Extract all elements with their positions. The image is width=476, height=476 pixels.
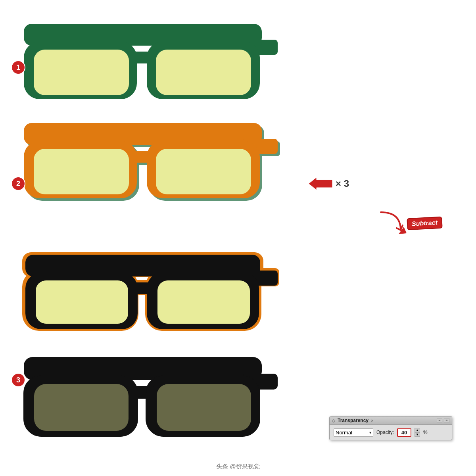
badge-3: 3 <box>11 373 25 387</box>
panel-title: Transparency <box>338 418 369 423</box>
panel-close-button[interactable]: × <box>371 418 373 423</box>
opacity-decrement-button[interactable]: ▼ <box>415 432 420 437</box>
percent-label: % <box>423 430 428 435</box>
glasses-2-svg <box>12 115 290 210</box>
panel-titlebar-left: ◇ Transparency × <box>332 418 373 423</box>
svg-rect-38 <box>34 384 129 431</box>
svg-rect-32 <box>157 280 250 324</box>
watermark: 头条 @衍果视觉 <box>216 463 259 470</box>
subtract-annotation <box>369 210 409 244</box>
panel-titlebar: ◇ Transparency × − ≡ <box>330 416 452 425</box>
glasses-4-svg <box>12 349 290 448</box>
svg-rect-37 <box>125 386 155 399</box>
panel-body: Normal ▾ Opacity: ▲ ▼ % <box>330 425 452 440</box>
badge-2: 2 <box>11 177 25 191</box>
svg-rect-39 <box>157 384 251 431</box>
svg-marker-19 <box>309 177 332 190</box>
arrow-subtract-icon <box>369 210 409 242</box>
opacity-increment-button[interactable]: ▲ <box>415 428 420 432</box>
transparency-panel: ◇ Transparency × − ≡ Normal ▾ Opacity: ▲… <box>329 416 452 440</box>
panel-diamond-icon: ◇ <box>332 418 335 423</box>
glasses-1-container <box>12 16 290 109</box>
blend-mode-dropdown[interactable]: Normal ▾ <box>334 428 373 437</box>
glasses-3-container <box>12 246 290 343</box>
svg-rect-6 <box>156 50 251 95</box>
glasses-1-svg <box>12 16 290 107</box>
glasses-2-container <box>12 115 290 212</box>
svg-rect-30 <box>126 282 155 294</box>
svg-rect-5 <box>34 50 129 95</box>
glasses-4-container <box>12 349 290 450</box>
x3-annotation: × 3 <box>309 177 349 191</box>
glasses-3-svg <box>12 246 290 341</box>
opacity-input[interactable] <box>397 428 411 437</box>
arrow-x3-icon <box>309 177 332 191</box>
blend-mode-value: Normal <box>336 430 352 436</box>
svg-rect-31 <box>36 280 128 324</box>
svg-rect-17 <box>34 149 129 194</box>
opacity-stepper: ▲ ▼ <box>415 428 420 437</box>
opacity-label: Opacity: <box>376 430 394 435</box>
panel-menu-button[interactable]: ≡ <box>444 418 449 423</box>
dropdown-arrow-icon: ▾ <box>369 430 371 435</box>
x3-label: × 3 <box>336 178 349 189</box>
subtract-label: Subtract <box>407 217 442 230</box>
badge-1: 1 <box>11 60 25 75</box>
svg-rect-4 <box>125 52 155 63</box>
svg-rect-18 <box>156 149 251 194</box>
svg-rect-16 <box>125 151 155 163</box>
panel-title-controls: − ≡ <box>437 418 449 423</box>
panel-minimize-button[interactable]: − <box>437 418 442 423</box>
